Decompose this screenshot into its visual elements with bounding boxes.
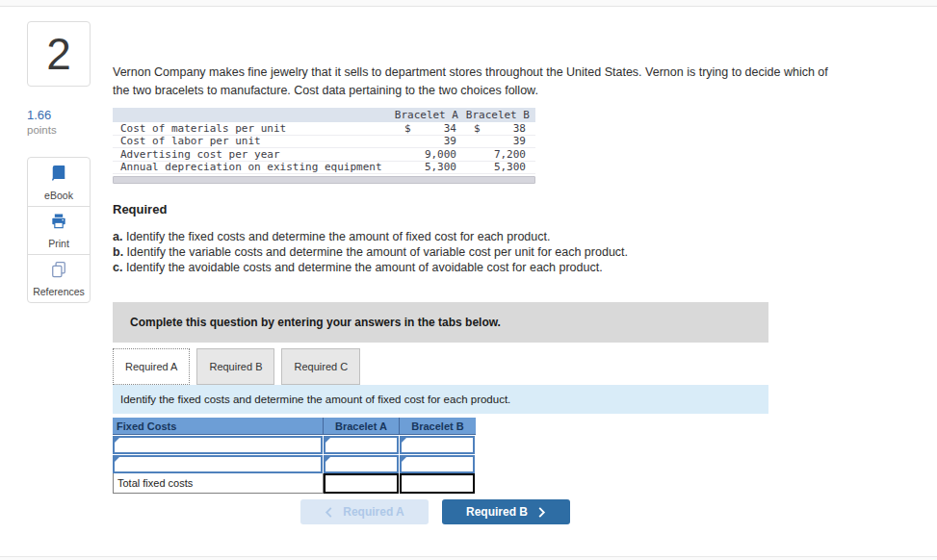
references-button[interactable]: References (28, 254, 90, 302)
tab-required-a[interactable]: Required A (113, 348, 190, 385)
tab-required-b[interactable]: Required B (196, 348, 274, 385)
table-row: Advertising cost per year 9,000 7,200 (113, 148, 535, 162)
complete-question-banner: Complete this question by entering your … (113, 302, 768, 343)
references-label: References (33, 286, 85, 297)
total-fixed-costs-label: Total fixed costs (113, 473, 324, 494)
required-heading: Required (113, 202, 167, 216)
required-item-c: c. Identify the avoidable costs and dete… (113, 260, 628, 275)
total-cell-bracelet-b (400, 473, 475, 494)
tab-required-c[interactable]: Required C (281, 348, 360, 385)
required-items-list: a. Identify the fixed costs and determin… (113, 229, 628, 275)
question-number-box: 2 (27, 21, 91, 87)
cost-data-table: Bracelet A Bracelet B Cost of materials … (113, 108, 535, 174)
points-block: 1.66 points (27, 108, 94, 138)
tab-instruction-bar: Identify the fixed costs and determine t… (113, 385, 768, 414)
book-icon (49, 164, 68, 187)
printer-icon (49, 212, 68, 235)
total-cell-bracelet-a (324, 473, 399, 494)
answer-input-row2-bracelet-b[interactable] (400, 455, 475, 473)
ebook-button[interactable]: eBook (28, 158, 90, 206)
table-horizontal-scrollbar[interactable] (113, 176, 535, 184)
col-header-bracelet-a: Bracelet A (391, 109, 460, 121)
required-item-b: b. Identify the variable costs and deter… (113, 244, 628, 260)
question-page: 2 1.66 points eBook Pr (0, 0, 937, 560)
answer-input-row1-label[interactable] (113, 436, 323, 454)
next-required-b-button[interactable]: Required B (442, 499, 570, 524)
fixed-costs-answer-table: Fixed Costs Bracelet A Bracelet B Total … (113, 418, 476, 494)
col-header-bracelet-b: Bracelet B (460, 109, 535, 121)
top-divider-bar (0, 0, 937, 7)
chevron-left-icon (325, 507, 333, 518)
chevron-right-icon (537, 507, 546, 518)
bottom-divider-bar (0, 556, 937, 560)
answer-input-row1-bracelet-b[interactable] (400, 436, 475, 454)
answer-input-row2-label[interactable] (113, 455, 323, 473)
points-value: 1.66 (27, 108, 94, 123)
references-icon (49, 260, 68, 283)
ebook-label: eBook (44, 190, 73, 201)
table-row: Cost of labor per unit 39 39 (113, 136, 535, 149)
answer-header-bracelet-b: Bracelet B (400, 418, 476, 435)
answer-header-fixed-costs: Fixed Costs (113, 418, 324, 435)
print-button[interactable]: Print (28, 206, 90, 254)
required-item-a: a. Identify the fixed costs and determin… (113, 229, 628, 244)
problem-intro-text: Vernon Company makes fine jewelry that i… (113, 64, 845, 101)
table-row: Annual depreciation on existing equipmen… (113, 162, 535, 175)
points-label: points (27, 123, 94, 137)
answer-input-row2-bracelet-a[interactable] (324, 455, 399, 473)
answer-header-bracelet-a: Bracelet A (324, 418, 400, 435)
answer-input-row1-bracelet-a[interactable] (324, 436, 399, 454)
answer-tabs: Required A Required B Required C (113, 348, 360, 385)
prev-required-a-button[interactable]: Required A (300, 499, 429, 524)
question-number: 2 (46, 28, 71, 80)
print-label: Print (48, 238, 69, 249)
cost-table-header-row: Bracelet A Bracelet B (113, 108, 535, 122)
table-row: Cost of materials per unit $34 $38 (113, 122, 535, 136)
resource-toolbar: eBook Print References (27, 157, 91, 303)
